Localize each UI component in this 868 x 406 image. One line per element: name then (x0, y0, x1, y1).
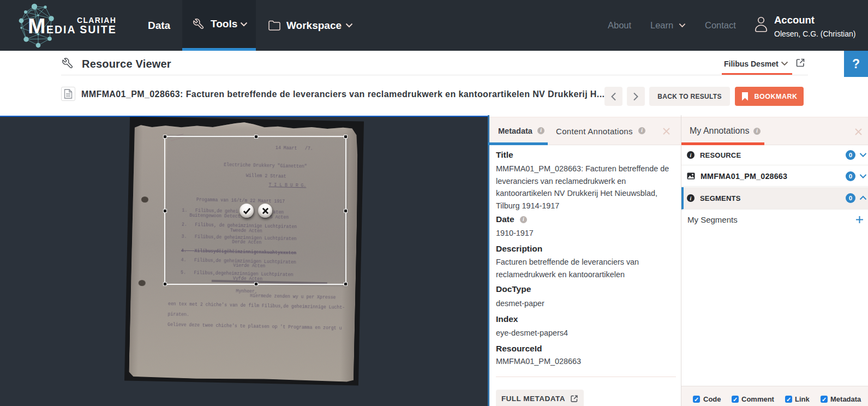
svg-text:i: i (690, 195, 692, 201)
svg-text:i: i (690, 152, 692, 158)
svg-text:M: M (28, 14, 46, 38)
svg-text:EDIA SUITE: EDIA SUITE (46, 23, 117, 35)
